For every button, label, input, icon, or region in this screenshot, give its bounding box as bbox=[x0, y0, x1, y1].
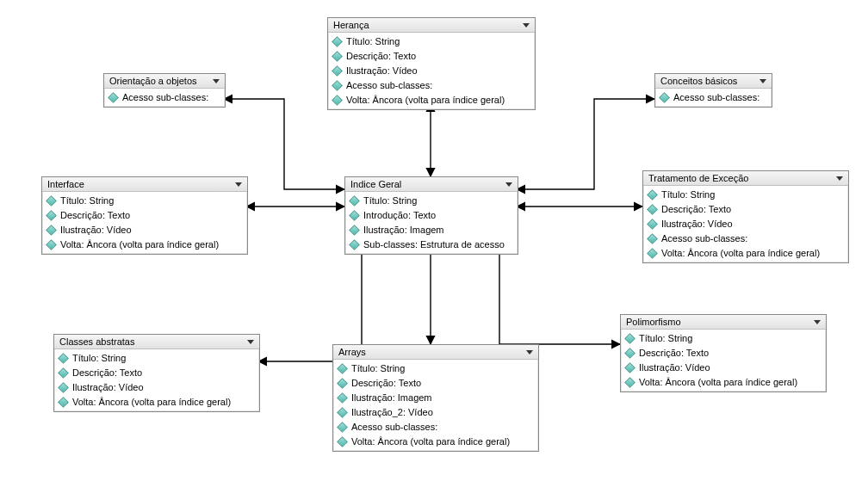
box-body: Acesso sub-classes: bbox=[655, 89, 772, 107]
diamond-icon bbox=[337, 407, 348, 418]
chevron-down-icon[interactable] bbox=[814, 320, 821, 324]
attribute-row: Título: String bbox=[345, 194, 518, 208]
chevron-down-icon[interactable] bbox=[235, 182, 242, 187]
attribute-row: Ilustração: Vídeo bbox=[621, 361, 826, 375]
diamond-icon bbox=[58, 353, 69, 364]
box-conceitos-basicos[interactable]: Conceitos básicos Acesso sub-classes: bbox=[654, 73, 772, 108]
diamond-icon bbox=[647, 189, 658, 200]
attribute-row: Título: String bbox=[333, 361, 538, 376]
chevron-down-icon[interactable] bbox=[836, 176, 843, 181]
box-header[interactable]: Interface bbox=[42, 177, 247, 192]
box-indice-geral[interactable]: Indice Geral Título: String Introdução: … bbox=[344, 176, 518, 255]
box-header[interactable]: Conceitos básicos bbox=[655, 74, 772, 89]
box-title: Herança bbox=[333, 20, 369, 30]
diamond-icon bbox=[624, 348, 636, 359]
box-header[interactable]: Orientação a objetos bbox=[104, 74, 225, 89]
diamond-icon bbox=[58, 382, 69, 393]
box-title: Tratamento de Exceção bbox=[648, 173, 748, 183]
box-body: Título: String Descrição: Texto Ilustraç… bbox=[42, 192, 247, 254]
attribute-row: Volta: Âncora (volta para índice geral) bbox=[643, 246, 848, 261]
diamond-icon bbox=[349, 225, 360, 236]
box-title: Interface bbox=[47, 179, 84, 189]
attribute-row: Título: String bbox=[42, 194, 247, 208]
box-title: Classes abstratas bbox=[59, 336, 134, 347]
chevron-down-icon[interactable] bbox=[213, 79, 220, 83]
attribute-row: Ilustração: Vídeo bbox=[643, 217, 848, 231]
box-classes-abstratas[interactable]: Classes abstratas Título: String Descriç… bbox=[53, 334, 260, 412]
diamond-icon bbox=[647, 204, 658, 215]
box-header[interactable]: Indice Geral bbox=[345, 177, 518, 192]
diamond-icon bbox=[332, 65, 343, 77]
box-interface[interactable]: Interface Título: String Descrição: Text… bbox=[41, 176, 248, 255]
attribute-row: Ilustração_2: Vídeo bbox=[333, 405, 538, 420]
box-tratamento-excecao[interactable]: Tratamento de Exceção Título: String Des… bbox=[642, 170, 849, 263]
diamond-icon bbox=[46, 239, 57, 250]
attribute-row: Ilustração: Vídeo bbox=[54, 380, 259, 395]
attribute-row: Acesso sub-classes: bbox=[104, 90, 225, 105]
box-polimorfismo[interactable]: Polimorfismo Título: String Descrição: T… bbox=[620, 314, 827, 392]
diamond-icon bbox=[46, 210, 57, 221]
diamond-icon bbox=[58, 367, 69, 379]
attribute-row: Descrição: Texto bbox=[643, 202, 848, 217]
diamond-icon bbox=[332, 80, 343, 91]
attribute-row: Volta: Âncora (volta para índice geral) bbox=[328, 93, 535, 108]
box-body: Título: String Descrição: Texto Ilustraç… bbox=[333, 360, 538, 451]
box-body: Título: String Descrição: Texto Ilustraç… bbox=[328, 33, 535, 109]
attribute-row: Título: String bbox=[328, 34, 535, 49]
diamond-icon bbox=[337, 422, 348, 433]
box-body: Título: String Descrição: Texto Ilustraç… bbox=[621, 330, 826, 392]
chevron-down-icon[interactable] bbox=[247, 340, 254, 344]
attribute-row: Descrição: Texto bbox=[333, 376, 538, 391]
attribute-row: Título: String bbox=[621, 331, 826, 346]
box-body: Título: String Descrição: Texto Ilustraç… bbox=[54, 349, 259, 411]
box-header[interactable]: Tratamento de Exceção bbox=[643, 171, 848, 186]
box-title: Indice Geral bbox=[350, 179, 401, 189]
diamond-icon bbox=[58, 397, 69, 408]
diamond-icon bbox=[624, 362, 636, 373]
diamond-icon bbox=[337, 392, 348, 404]
attribute-row: Acesso sub-classes: bbox=[643, 231, 848, 246]
diamond-icon bbox=[108, 92, 119, 103]
diamond-icon bbox=[647, 248, 658, 259]
attribute-row: Acesso sub-classes: bbox=[328, 78, 535, 93]
attribute-row: Ilustração: Imagem bbox=[333, 391, 538, 405]
diamond-icon bbox=[337, 378, 348, 389]
diamond-icon bbox=[647, 233, 658, 244]
attribute-row: Descrição: Texto bbox=[42, 208, 247, 223]
diamond-icon bbox=[647, 219, 658, 230]
chevron-down-icon[interactable] bbox=[523, 23, 530, 28]
box-body: Título: String Descrição: Texto Ilustraç… bbox=[643, 186, 848, 262]
attribute-row: Acesso sub-classes: bbox=[333, 420, 538, 435]
box-title: Conceitos básicos bbox=[660, 76, 737, 86]
attribute-row: Ilustração: Vídeo bbox=[42, 223, 247, 237]
attribute-row: Ilustração: Imagem bbox=[345, 223, 518, 237]
attribute-row: Ilustração: Vídeo bbox=[328, 64, 535, 78]
chevron-down-icon[interactable] bbox=[526, 350, 533, 355]
diamond-icon bbox=[624, 377, 636, 388]
diamond-icon bbox=[332, 51, 343, 62]
diamond-icon bbox=[659, 92, 670, 103]
box-heranca[interactable]: Herança Título: String Descrição: Texto … bbox=[327, 17, 536, 110]
attribute-row: Descrição: Texto bbox=[54, 366, 259, 380]
box-arrays[interactable]: Arrays Título: String Descrição: Texto I… bbox=[332, 344, 539, 452]
diamond-icon bbox=[349, 195, 360, 207]
box-title: Orientação a objetos bbox=[109, 76, 197, 86]
box-header[interactable]: Classes abstratas bbox=[54, 335, 259, 349]
attribute-row: Volta: Âncora (volta para índice geral) bbox=[333, 435, 538, 449]
box-title: Arrays bbox=[338, 347, 366, 357]
attribute-row: Introdução: Texto bbox=[345, 208, 518, 223]
attribute-row: Acesso sub-classes: bbox=[655, 90, 772, 105]
box-orientacao-objetos[interactable]: Orientação a objetos Acesso sub-classes: bbox=[103, 73, 226, 108]
chevron-down-icon[interactable] bbox=[760, 79, 766, 83]
attribute-row: Descrição: Texto bbox=[621, 346, 826, 361]
attribute-row: Título: String bbox=[54, 351, 259, 366]
chevron-down-icon[interactable] bbox=[505, 182, 512, 187]
attribute-row: Volta: Âncora (volta para índice geral) bbox=[621, 375, 826, 390]
attribute-row: Volta: Âncora (volta para índice geral) bbox=[54, 395, 259, 410]
box-body: Acesso sub-classes: bbox=[104, 89, 225, 107]
diamond-icon bbox=[332, 36, 343, 47]
box-header[interactable]: Polimorfismo bbox=[621, 315, 826, 330]
box-header[interactable]: Arrays bbox=[333, 345, 538, 360]
box-header[interactable]: Herança bbox=[328, 18, 535, 33]
diamond-icon bbox=[332, 95, 343, 106]
